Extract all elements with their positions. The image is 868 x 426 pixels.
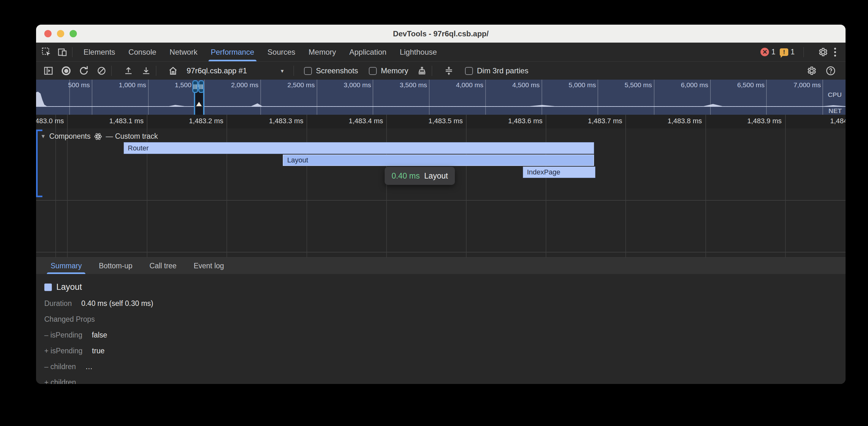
tab-performance[interactable]: Performance [204, 43, 261, 61]
tab-network[interactable]: Network [163, 43, 204, 61]
chevron-down-icon: ▼ [280, 68, 285, 74]
issue-icon: ! [780, 48, 788, 56]
summary-row-label: – children [44, 362, 76, 371]
clear-recording-icon[interactable] [96, 65, 107, 76]
summary-row-label: Duration [44, 299, 72, 308]
tab-console[interactable]: Console [122, 43, 163, 61]
tab-bottom-up[interactable]: Bottom-up [93, 258, 138, 274]
net-row-divider [36, 106, 845, 107]
summary-row-value: … [85, 362, 93, 371]
time-tick: 1,483.8 ms [626, 117, 702, 125]
record-button[interactable] [61, 65, 71, 76]
summary-row-ispending-new: + isPending true [44, 347, 845, 355]
summary-row-label: + isPending [44, 347, 83, 355]
tab-application[interactable]: Application [343, 43, 393, 61]
home-live-metrics-icon[interactable] [168, 65, 178, 76]
divider [803, 47, 804, 57]
tab-event-log[interactable]: Event log [188, 258, 230, 274]
react-atom-icon [94, 132, 102, 141]
tab-sources[interactable]: Sources [261, 43, 302, 61]
panel-tabs: Elements Console Network Performance Sou… [77, 43, 443, 61]
time-tick: 1,483.6 ms [467, 117, 542, 125]
flame-bar-router[interactable]: Router [124, 142, 594, 154]
checkbox-box [465, 67, 473, 75]
summary-pane: Layout Duration 0.40 ms (self 0.30 ms) C… [36, 274, 845, 384]
target-selector-dropdown[interactable]: 97r6ql.csb.app #1 ▼ [187, 66, 285, 75]
error-count-badge[interactable]: ✕ 1 [761, 48, 775, 56]
collapse-flame-icon[interactable] [443, 65, 454, 76]
track-separator [36, 200, 845, 201]
time-tick: 1,483.9 ms [706, 117, 782, 125]
issue-count: 1 [790, 48, 795, 56]
tooltip-duration: 0.40 ms [392, 171, 420, 181]
tab-summary[interactable]: Summary [45, 258, 87, 274]
track-subtitle: — Custom track [106, 132, 158, 141]
time-tick: 1,483.2 ms [147, 117, 223, 125]
summary-row-children-old: – children … [44, 362, 845, 371]
selection-right-handle[interactable] [198, 80, 204, 93]
download-profile-icon[interactable] [141, 65, 152, 76]
toggle-sidebar-icon[interactable] [43, 65, 54, 76]
settings-gear-icon[interactable] [818, 47, 829, 58]
components-track-header[interactable]: ▼ Components — Custom track [40, 132, 158, 141]
time-tick: 1,483.4 ms [307, 117, 383, 125]
collapse-triangle-icon[interactable]: ▼ [40, 133, 46, 140]
divider [72, 47, 72, 57]
divider [111, 66, 112, 76]
summary-row-label: Changed Props [44, 315, 95, 324]
time-tick: 1,483.5 ms [387, 117, 463, 125]
flame-bar-layout[interactable]: Layout [283, 155, 594, 166]
upload-profile-icon[interactable] [123, 65, 134, 76]
device-toolbar-icon[interactable] [57, 47, 68, 58]
help-icon[interactable] [825, 65, 836, 76]
desktop-background: DevTools - 97r6ql.csb.app/ Elements Cons… [0, 0, 868, 426]
checkbox-box [304, 67, 312, 75]
more-options-kebab-icon[interactable] [833, 46, 837, 58]
error-icon: ✕ [761, 48, 769, 56]
tab-call-tree[interactable]: Call tree [144, 258, 183, 274]
cpu-activity-sparkline [36, 79, 845, 115]
summary-row-children-new: + children … [44, 378, 845, 384]
summary-row-value: 0.40 ms (self 0.30 ms) [81, 299, 153, 308]
tab-elements[interactable]: Elements [77, 43, 122, 61]
divider [432, 66, 432, 76]
issue-count-badge[interactable]: ! 1 [780, 48, 795, 56]
devtools-window: DevTools - 97r6ql.csb.app/ Elements Cons… [36, 25, 845, 384]
error-count: 1 [771, 48, 775, 56]
selection-activity-bump [196, 102, 202, 106]
time-tick: 1,483.3 ms [227, 117, 303, 125]
event-color-swatch [44, 284, 52, 291]
divider [156, 66, 156, 76]
summary-row-label: + children [44, 378, 76, 384]
flame-chart-area[interactable]: ▼ Components — Custom track Router Layou… [36, 128, 845, 257]
summary-title: Layout [56, 282, 82, 292]
tab-memory[interactable]: Memory [302, 43, 343, 61]
summary-row-changed-props: Changed Props [44, 315, 845, 324]
selection-left-handle[interactable] [192, 80, 198, 93]
time-tick: 1,484.0 ms [788, 117, 845, 125]
divider [293, 66, 294, 76]
garbage-collect-icon[interactable] [416, 65, 427, 76]
cpu-row-label: CPU [828, 91, 842, 99]
track-name: Components [49, 132, 90, 141]
screenshots-checkbox[interactable]: Screenshots [304, 66, 358, 75]
summary-row-label: – isPending [44, 331, 82, 339]
flame-bar-label: Layout [287, 156, 308, 164]
dim-3rd-parties-checkbox[interactable]: Dim 3rd parties [465, 66, 529, 75]
tab-lighthouse[interactable]: Lighthouse [393, 43, 443, 61]
inspect-element-icon[interactable] [41, 47, 52, 58]
summary-row-value: … [85, 378, 93, 384]
selection-right-line [203, 89, 204, 115]
summary-title-row: Layout [44, 282, 845, 292]
details-tabbar: Summary Bottom-up Call tree Event log [36, 257, 845, 274]
summary-row-duration: Duration 0.40 ms (self 0.30 ms) [44, 299, 845, 308]
reload-and-record-icon[interactable] [79, 65, 89, 76]
flame-bar-tooltip: 0.40 ms Layout [385, 167, 455, 185]
flame-bar-indexpage[interactable]: IndexPage [523, 167, 595, 178]
timeline-overview[interactable]: 500 ms 1,000 ms 1,500 ms 2,000 ms 2,500 … [36, 79, 845, 115]
memory-checkbox[interactable]: Memory [369, 66, 408, 75]
net-row-label: NET [829, 107, 842, 115]
capture-settings-gear-icon[interactable] [806, 65, 817, 76]
window-title: DevTools - 97r6ql.csb.app/ [36, 25, 845, 43]
screenshots-label: Screenshots [316, 66, 358, 75]
